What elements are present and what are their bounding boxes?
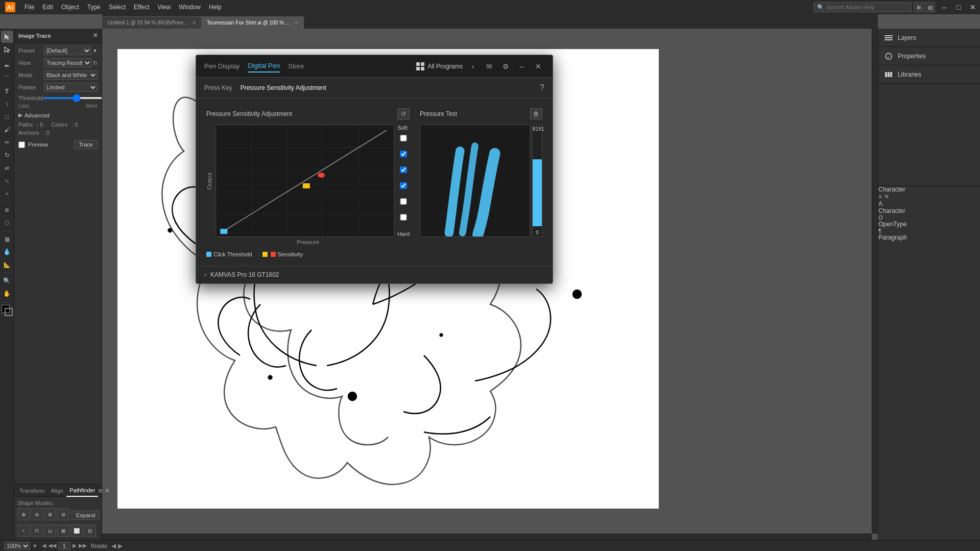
- program-selector[interactable]: All Programs: [415, 61, 463, 71]
- merge-btn[interactable]: ⊔: [44, 524, 56, 537]
- pressure-graph[interactable]: [216, 125, 394, 237]
- scroll-left-btn[interactable]: ◀: [111, 542, 116, 549]
- zoom-tool[interactable]: 🔍: [1, 275, 13, 287]
- dialog-settings-icon[interactable]: ⚙: [499, 60, 512, 73]
- maximize-button[interactable]: □: [951, 0, 966, 14]
- tab-close-untitled[interactable]: ✕: [192, 20, 196, 26]
- view-refresh[interactable]: ↻: [93, 60, 98, 66]
- view-select[interactable]: Tracing Result: [44, 58, 92, 67]
- search-input[interactable]: [826, 4, 908, 10]
- pencil-tool[interactable]: ✏: [1, 136, 13, 149]
- preset-select[interactable]: [Default]: [44, 46, 91, 55]
- nav-pressure-sensitivity[interactable]: Pressure Sensitivity Adjustment: [241, 84, 326, 91]
- libraries-panel-item[interactable]: Libraries: [878, 65, 980, 84]
- page-prev[interactable]: ◀: [42, 542, 46, 549]
- hand-tool[interactable]: ✋: [1, 288, 13, 300]
- intersect-btn[interactable]: ⊗: [44, 508, 56, 520]
- selection-tool[interactable]: [1, 31, 13, 43]
- v-scrollbar[interactable]: [872, 29, 878, 534]
- pressure-test-clear-btn[interactable]: 🗑: [530, 108, 542, 119]
- char-item-opentype[interactable]: O OpenType: [878, 214, 980, 228]
- mode-select[interactable]: Black and White: [44, 70, 98, 80]
- reset-button[interactable]: ↺: [397, 108, 410, 119]
- trim-btn[interactable]: ⊓: [31, 524, 43, 537]
- paintbrush-tool[interactable]: 🖌: [1, 124, 13, 136]
- outline-btn[interactable]: ⬜: [70, 524, 83, 537]
- tab-align[interactable]: Align: [48, 485, 66, 497]
- arrange-icon[interactable]: ▤: [925, 2, 935, 12]
- tab-untitled[interactable]: Untitled-1 @ 33.94 % (RGB/Preview) ✕: [102, 16, 202, 29]
- char-panel-menu[interactable]: ≡: [878, 193, 882, 200]
- preview-checkbox[interactable]: [18, 141, 25, 148]
- pen-tool[interactable]: ✒: [1, 60, 13, 72]
- measure-tool[interactable]: 📐: [1, 258, 13, 271]
- text-tool[interactable]: T: [1, 85, 13, 98]
- menu-edit[interactable]: Edit: [38, 0, 57, 14]
- cb-6[interactable]: [397, 214, 410, 221]
- warp-tool[interactable]: ≈: [1, 187, 13, 200]
- workspace-icon[interactable]: ⊞: [914, 2, 924, 12]
- cb-1[interactable]: [397, 135, 410, 141]
- bottom-panel-close[interactable]: ✕: [105, 487, 110, 494]
- layers-panel-item[interactable]: Layers: [878, 29, 980, 47]
- pressure-test-area[interactable]: [420, 125, 530, 237]
- tab-pen-display[interactable]: Pen Display: [204, 60, 240, 72]
- shape-builder-tool[interactable]: ⊕: [1, 204, 13, 216]
- nav-help-icon[interactable]: ?: [540, 83, 544, 92]
- page-next[interactable]: ▶: [73, 542, 77, 549]
- char-item-paragraph[interactable]: ¶ Paragraph: [878, 228, 980, 241]
- live-paint-tool[interactable]: ⬡: [1, 217, 13, 229]
- cb-4[interactable]: [397, 182, 410, 189]
- fill-stroke[interactable]: [2, 305, 13, 316]
- char-panel-close[interactable]: ✕: [884, 193, 889, 200]
- minus-back-btn[interactable]: ⊟: [84, 524, 96, 537]
- direct-selection-tool[interactable]: [1, 43, 13, 56]
- menu-help[interactable]: Help: [205, 0, 226, 14]
- unite-btn[interactable]: ⊕: [17, 508, 30, 520]
- minus-front-btn[interactable]: ⊖: [31, 508, 43, 520]
- tab-store[interactable]: Store: [288, 60, 304, 72]
- menu-effect[interactable]: Effect: [130, 0, 153, 14]
- palette-select[interactable]: Limited: [44, 83, 98, 92]
- tab-transform[interactable]: Transform: [16, 485, 48, 497]
- minimize-button[interactable]: –: [937, 0, 951, 14]
- close-button[interactable]: ✕: [966, 0, 980, 14]
- menu-type[interactable]: Type: [83, 0, 105, 14]
- rect-tool[interactable]: □: [1, 111, 13, 123]
- gradient-tool[interactable]: ▦: [1, 233, 13, 245]
- divide-btn[interactable]: ÷: [17, 524, 30, 537]
- panel-collapse-icon[interactable]: ✕: [93, 32, 98, 39]
- menu-file[interactable]: File: [20, 0, 38, 14]
- page-first[interactable]: ◀◀: [48, 542, 56, 549]
- menu-window[interactable]: Window: [175, 0, 205, 14]
- search-box[interactable]: 🔍: [814, 2, 912, 12]
- threshold-slider[interactable]: [43, 97, 102, 99]
- zoom-down-arrow[interactable]: ▼: [32, 543, 38, 549]
- dialog-minimize-btn[interactable]: –: [516, 60, 528, 73]
- h-scrollbar[interactable]: [102, 534, 872, 540]
- preset-arrow[interactable]: ▼: [92, 48, 98, 54]
- tab-fox-shirt[interactable]: Teumessian Fox Shirt.ai @ 100 % (RGB/Pre…: [202, 16, 304, 29]
- line-tool[interactable]: \: [1, 98, 13, 110]
- zoom-select[interactable]: 100%: [4, 542, 30, 550]
- menu-object[interactable]: Object: [57, 0, 83, 14]
- exclude-btn[interactable]: ⊘: [57, 508, 69, 520]
- scale-tool[interactable]: ⤡: [1, 175, 13, 187]
- bottom-panel-menu[interactable]: ≡: [98, 487, 102, 495]
- crop-btn[interactable]: ⊠: [57, 524, 69, 537]
- eyedropper-tool[interactable]: 💧: [1, 246, 13, 258]
- properties-panel-item[interactable]: i Properties: [878, 47, 980, 65]
- tab-close-fox[interactable]: ✕: [294, 20, 298, 26]
- tab-digital-pen[interactable]: Digital Pen: [248, 60, 280, 73]
- nav-press-key[interactable]: Press Key: [204, 84, 232, 91]
- advanced-toggle[interactable]: ▶ Advanced: [18, 112, 98, 118]
- tab-pathfinder[interactable]: Pathfinder: [66, 485, 98, 497]
- expand-button[interactable]: Expand: [71, 511, 100, 520]
- scroll-right-btn[interactable]: ▶: [118, 542, 123, 549]
- rotate-tool[interactable]: ↻: [1, 149, 13, 161]
- menu-view[interactable]: View: [154, 0, 175, 14]
- menu-select[interactable]: Select: [105, 0, 130, 14]
- cb-5[interactable]: [397, 198, 410, 205]
- dialog-back-btn[interactable]: ‹: [467, 60, 479, 73]
- page-last[interactable]: ▶▶: [79, 542, 87, 549]
